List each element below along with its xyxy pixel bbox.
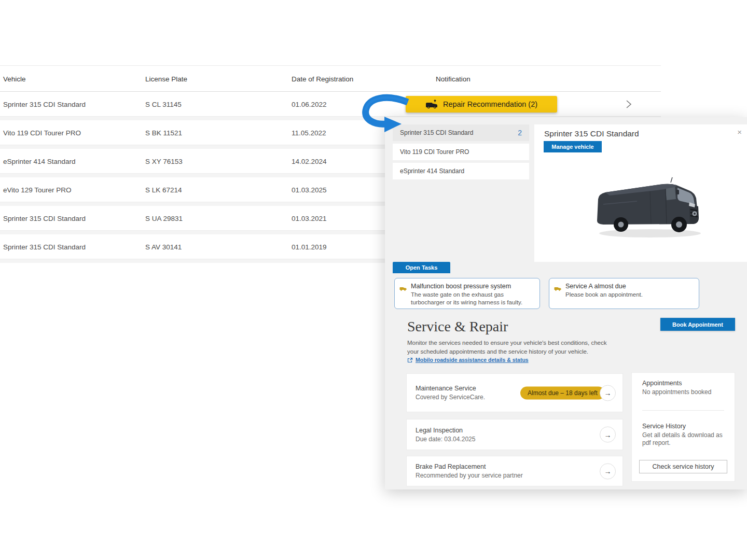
annotation-curved-arrow-icon — [359, 93, 411, 137]
vehicle-list-item-vito-119[interactable]: Vito 119 CDI Tourer PRO — [393, 144, 529, 160]
task-card-malfunction[interactable]: Malfunction boost pressure system The wa… — [394, 278, 540, 309]
arrow-right-icon: → — [604, 389, 612, 397]
service-repair-heading: Service & Repair — [407, 318, 508, 335]
mobilo-link-label: Mobilo roadside assistance details & sta… — [416, 357, 529, 363]
vehicle-list-item-sprinter-315[interactable]: Sprinter 315 CDI Standard 2 — [393, 124, 529, 141]
vehicle-list-item-label: Sprinter 315 CDI Standard — [400, 129, 473, 136]
vehicle-photo-sprinter-van — [588, 174, 711, 243]
column-header-vehicle: Vehicle — [3, 75, 26, 82]
arrow-right-icon: → — [604, 430, 612, 439]
registration-date: 11.05.2022 — [292, 129, 326, 136]
vehicle-list-item-label: Vito 119 CDI Tourer PRO — [400, 148, 469, 156]
appointments-title: Appointments — [642, 380, 711, 387]
task-description: The waste gate on the exhaust gas turboc… — [411, 291, 535, 306]
task-description: Please book an appointment. — [565, 291, 695, 299]
task-van-icon — [554, 284, 561, 293]
registration-date: 01.06.2022 — [292, 100, 327, 108]
appointments-status: No appointments booked — [642, 388, 711, 396]
panel-divider — [642, 410, 724, 411]
service-history-block: Service History Get all details & downlo… — [642, 423, 725, 447]
repair-recommendation-button[interactable]: Repair Recommendation (2) — [406, 96, 557, 113]
vehicle-name: Sprinter 315 CDI Standard — [3, 243, 86, 250]
service-card-legal-inspection[interactable]: Legal Inspection Due date: 03.04.2025 → — [406, 419, 623, 450]
book-appointment-button[interactable]: Book Appointment — [660, 318, 735, 331]
task-van-icon — [399, 284, 407, 293]
open-legal-inspection-button[interactable]: → — [600, 427, 616, 443]
registration-date: 14.02.2024 — [292, 157, 327, 165]
open-brake-pad-button[interactable]: → — [600, 463, 616, 479]
service-card-title: Legal Inspection — [416, 427, 622, 434]
registration-date: 01.03.2025 — [292, 186, 327, 193]
column-header-date-of-registration: Date of Registration — [292, 75, 353, 82]
license-plate: S BK 11521 — [145, 129, 182, 136]
chevron-right-icon — [626, 103, 632, 111]
service-repair-description: Monitor the services needed to ensure yo… — [407, 339, 608, 356]
vehicle-detail-overlay: Sprinter 315 CDI Standard 2 Vito 119 CDI… — [385, 117, 747, 489]
license-plate: S XY 76153 — [145, 157, 183, 165]
table-row[interactable]: Sprinter 315 CDI Standard S CL 31145 01.… — [0, 92, 661, 117]
task-card-service-a[interactable]: Service A almost due Please book an appo… — [549, 278, 699, 309]
repair-van-icon — [425, 100, 438, 109]
license-plate: S LK 67214 — [145, 186, 182, 193]
vehicle-detail-card: Sprinter 315 CDI Standard Manage vehicle… — [534, 124, 747, 262]
manage-vehicle-button[interactable]: Manage vehicle — [544, 141, 602, 152]
open-maintenance-button[interactable]: → — [600, 385, 616, 401]
service-card-maintenance[interactable]: Maintenance Service Covered by ServiceCa… — [406, 373, 623, 412]
vehicle-name: eSprinter 414 Standard — [3, 157, 76, 165]
almost-due-badge: Almost due – 18 days left — [520, 386, 605, 399]
vehicle-detail-title: Sprinter 315 CDI Standard — [544, 129, 639, 138]
license-plate: S AV 30141 — [145, 243, 182, 250]
appointments-history-panel: Appointments No appointments booked Serv… — [631, 372, 735, 482]
close-icon[interactable]: × — [737, 128, 742, 136]
service-card-subtitle: Recommended by your service partner — [416, 472, 622, 479]
service-history-title: Service History — [642, 423, 725, 430]
notification-count-badge: 2 — [518, 129, 522, 137]
vehicle-name: eVito 129 Tourer PRO — [3, 186, 72, 193]
vehicle-name: Vito 119 CDI Tourer PRO — [3, 129, 81, 136]
service-card-subtitle: Due date: 03.04.2025 — [416, 436, 622, 443]
table-header-row: Vehicle License Plate Date of Registrati… — [0, 66, 661, 92]
external-link-icon — [407, 357, 413, 363]
license-plate: S UA 29831 — [145, 214, 183, 222]
service-card-brake-pad[interactable]: Brake Pad Replacement Recommended by you… — [406, 456, 623, 486]
registration-date: 01.03.2021 — [292, 214, 327, 222]
vehicle-list-item-esprinter-414[interactable]: eSprinter 414 Standard — [393, 163, 529, 179]
fleet-dashboard: Vehicle License Plate Date of Registrati… — [0, 0, 747, 560]
column-header-license-plate: License Plate — [145, 75, 187, 82]
overlay-vehicle-list: Sprinter 315 CDI Standard 2 Vito 119 CDI… — [393, 124, 529, 182]
vehicle-name: Sprinter 315 CDI Standard — [3, 214, 86, 222]
task-title: Service A almost due — [565, 283, 695, 290]
task-title: Malfunction boost pressure system — [411, 283, 535, 290]
vehicle-name: Sprinter 315 CDI Standard — [3, 100, 86, 108]
registration-date: 01.01.2019 — [292, 243, 327, 250]
appointments-block: Appointments No appointments booked — [642, 380, 711, 396]
service-card-title: Brake Pad Replacement — [416, 463, 622, 470]
repair-recommendation-label: Repair Recommendation (2) — [443, 100, 537, 108]
check-service-history-button[interactable]: Check service history — [639, 460, 727, 473]
vehicle-list-item-label: eSprinter 414 Standard — [400, 167, 464, 175]
row-expand-button[interactable] — [626, 99, 632, 109]
mobilo-roadside-assistance-link[interactable]: Mobilo roadside assistance details & sta… — [407, 357, 529, 363]
open-tasks-tab[interactable]: Open Tasks — [393, 262, 450, 273]
arrow-right-icon: → — [604, 467, 612, 475]
service-history-description: Get all details & download as pdf report… — [642, 431, 725, 447]
column-header-notification: Notification — [436, 75, 471, 82]
license-plate: S CL 31145 — [145, 100, 182, 108]
